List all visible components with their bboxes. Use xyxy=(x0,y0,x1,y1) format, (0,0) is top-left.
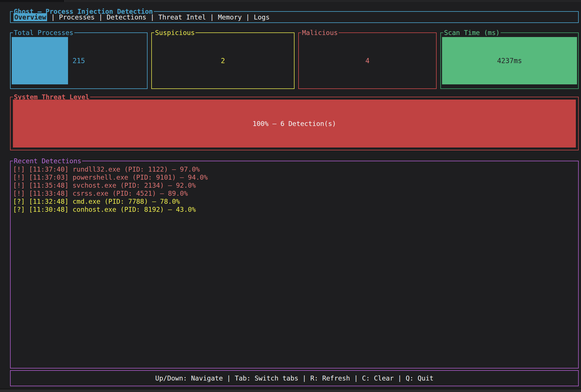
tab-separator: | xyxy=(246,13,250,21)
tab-processes[interactable]: Processes xyxy=(59,13,95,21)
detection-row[interactable]: [!][11:37:40]rundll32.exe (PID: 1122) — … xyxy=(13,165,576,173)
tab-memory[interactable]: Memory xyxy=(218,13,242,21)
stat-suspicious: Suspicious 2 xyxy=(151,32,295,89)
stat-scan-time: Scan Time (ms) 4237ms xyxy=(440,32,579,89)
detection-row[interactable]: [!][11:35:48]svchost.exe (PID: 2134) — 9… xyxy=(13,181,576,189)
tab-separator: | xyxy=(51,13,55,21)
stat-total-processes-value: 215 xyxy=(11,33,147,88)
stat-malicious-value: 4 xyxy=(299,33,436,88)
help-bar-text: Up/Down: Navigate | Tab: Switch tabs | R… xyxy=(11,371,578,386)
tab-separator: | xyxy=(210,13,214,21)
detections-list: [!][11:37:40]rundll32.exe (PID: 1122) — … xyxy=(13,165,576,214)
detection-row[interactable]: [?][11:32:48]cmd.exe (PID: 7788) — 78.0% xyxy=(13,197,576,205)
severity-marker-icon: [!] xyxy=(13,181,25,189)
recent-detections-panel: Recent Detections [!][11:37:40]rundll32.… xyxy=(10,161,579,368)
detection-time: [11:35:48] xyxy=(29,181,68,189)
tab-separator: | xyxy=(99,13,103,21)
detection-time: [11:37:03] xyxy=(29,173,68,181)
help-bar: Up/Down: Navigate | Tab: Switch tabs | R… xyxy=(10,370,579,386)
detection-time: [11:37:40] xyxy=(29,165,68,173)
tab-detections[interactable]: Detections xyxy=(107,13,146,21)
tab-logs[interactable]: Logs xyxy=(254,13,270,21)
detection-time: [11:33:48] xyxy=(29,189,68,197)
severity-marker-icon: [!] xyxy=(13,173,25,181)
header-tab-panel: Ghost — Process Injection Detection Over… xyxy=(10,11,579,23)
stat-suspicious-value: 2 xyxy=(152,33,294,88)
stat-scan-time-value: 4237ms xyxy=(441,33,578,88)
stat-malicious: Malicious 4 xyxy=(298,32,437,89)
tab-threat-intel[interactable]: Threat Intel xyxy=(158,13,206,21)
detection-time: [11:32:48] xyxy=(29,197,68,205)
stat-total-processes: Total Processes 215 xyxy=(10,32,148,89)
tab-bar: Overview | Processes | Detections | Thre… xyxy=(13,12,270,22)
system-threat-level-panel: System Threat Level 100% — 6 Detection(s… xyxy=(10,97,579,150)
detection-detail: conhost.exe (PID: 8192) — 43.0% xyxy=(73,205,196,214)
terminal-bottom-edge xyxy=(0,389,581,392)
detection-detail: rundll32.exe (PID: 1122) — 97.0% xyxy=(73,165,200,173)
terminal-top-edge xyxy=(0,0,581,2)
tab-overview[interactable]: Overview xyxy=(13,13,47,21)
tab-separator: | xyxy=(150,13,154,21)
threat-level-gauge-text: 100% — 6 Detection(s) xyxy=(253,120,336,127)
detection-detail: cmd.exe (PID: 7788) — 78.0% xyxy=(73,197,180,205)
severity-marker-icon: [?] xyxy=(13,205,25,214)
detection-detail: svchost.exe (PID: 2134) — 92.0% xyxy=(73,181,196,189)
threat-level-gauge: 100% — 6 Detection(s) xyxy=(13,100,576,148)
detection-time: [11:30:48] xyxy=(29,205,68,214)
detection-row[interactable]: [!][11:33:48]csrss.exe (PID: 4521) — 89.… xyxy=(13,189,576,197)
recent-detections-label: Recent Detections xyxy=(13,157,82,165)
terminal-top-edge-segment xyxy=(0,0,65,2)
detection-detail: powershell.exe (PID: 9101) — 94.0% xyxy=(73,173,208,181)
severity-marker-icon: [?] xyxy=(13,197,25,205)
severity-marker-icon: [!] xyxy=(13,189,25,197)
detection-row[interactable]: [!][11:37:03]powershell.exe (PID: 9101) … xyxy=(13,173,576,181)
detection-row[interactable]: [?][11:30:48]conhost.exe (PID: 8192) — 4… xyxy=(13,205,576,214)
detection-detail: csrss.exe (PID: 4521) — 89.0% xyxy=(73,189,188,197)
severity-marker-icon: [!] xyxy=(13,165,25,173)
